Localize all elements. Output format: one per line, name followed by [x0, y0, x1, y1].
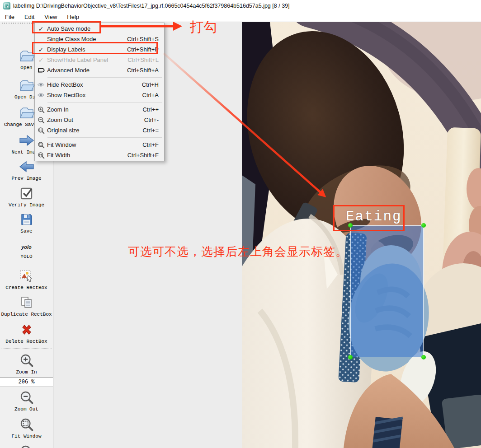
note-box-display-labels: [32, 42, 158, 54]
magnifier-original-icon: [35, 127, 47, 134]
toolbar-button-create-rectbox[interactable]: Create RectBox: [0, 268, 53, 290]
eye-icon: [35, 93, 47, 98]
zoom-in-icon: [0, 352, 53, 369]
menubar-item-help[interactable]: Help: [62, 13, 84, 21]
loaded-image[interactable]: Eating: [242, 22, 481, 448]
zoom-out-icon: [0, 389, 53, 406]
toolbar-button-delete-rectbox[interactable]: Delete RectBox: [0, 322, 53, 344]
labelimg-app-icon: [3, 2, 10, 9]
labelimg-window: { "window": { "title": "labelImg D:\\Dri…: [0, 0, 481, 448]
menu-item-show-hide-label-panel[interactable]: ✓ Show/Hide Label Panel Ctrl+Shift+L: [35, 55, 164, 65]
menu-item-fit-width[interactable]: Fit Width Ctrl+Shift+F: [35, 150, 164, 160]
fit-width-icon: [0, 443, 53, 448]
menu-separator: [35, 100, 164, 104]
toolbar-button-label: Fit Window: [0, 434, 53, 439]
note-text-check: 打勾: [190, 18, 217, 37]
bbox-handle-bottom-left[interactable]: [348, 355, 353, 359]
tag-icon: [35, 67, 47, 73]
magnifier-width-icon: [35, 152, 47, 159]
toolbar-button-zoom-out[interactable]: Zoom Out: [0, 389, 53, 412]
create-rectbox-icon: [0, 268, 53, 284]
menubar-item-view[interactable]: View: [39, 13, 62, 21]
menu-item-original-size[interactable]: Original size Ctrl+=: [35, 125, 164, 135]
yolo-format-icon: yolo: [0, 241, 53, 253]
toolbar-button-label: YOLO: [0, 254, 53, 259]
eye-icon: [35, 82, 47, 87]
toolbar-separator: [1, 264, 52, 264]
menu-item-zoom-out[interactable]: Zoom Out Ctrl+-: [35, 115, 164, 125]
duplicate-rectbox-icon: [0, 294, 53, 311]
menu-item-show-rectbox[interactable]: Show RectBox Ctrl+A: [35, 90, 164, 100]
note-text-optional: 可选可不选，选择后左上角会显示标签。: [128, 244, 348, 260]
toolbar-button-label: Zoom In: [0, 369, 53, 375]
toolbar-button-label: Create RectBox: [0, 285, 53, 290]
toolbar-button-label: Zoom Out: [0, 406, 53, 412]
toolbar-button-zoom-in[interactable]: Zoom In: [0, 352, 53, 375]
menu-separator: [35, 75, 164, 79]
fit-window-icon: [0, 416, 53, 433]
note-box-around-label: [333, 205, 405, 231]
delete-cross-icon: [0, 322, 53, 338]
toolbar-button-prev-image[interactable]: Prev Image: [0, 159, 53, 181]
bbox-handle-top-right[interactable]: [421, 223, 426, 228]
toolbar-button-label: Delete RectBox: [0, 339, 53, 344]
zoom-percent-spinbox[interactable]: 206 %: [0, 377, 53, 387]
menu-item-hide-rectbox[interactable]: Hide RectBox Ctrl+H: [35, 79, 164, 90]
save-floppy-icon: [0, 211, 53, 228]
menu-item-zoom-in[interactable]: Zoom In Ctrl++: [35, 104, 164, 115]
toolbar-button-label: Duplicate RectBox: [0, 312, 53, 317]
toolbar-separator: [1, 348, 52, 349]
toolbar-button-verify-image[interactable]: Verify Image: [0, 185, 53, 208]
toolbar-button-label: Verify Image: [0, 202, 53, 208]
menu-item-fit-window[interactable]: Fit Window Ctrl+F: [35, 140, 164, 150]
note-box-auto-save-mode: [32, 21, 101, 33]
toolbar-button-duplicate-rectbox[interactable]: Duplicate RectBox: [0, 294, 53, 317]
magnifier-fit-icon: [35, 141, 47, 149]
toolbar-button-label: Prev Image: [0, 176, 53, 181]
checkmark-icon: ✓: [35, 57, 47, 63]
menubar-item-file[interactable]: File: [0, 13, 19, 21]
magnifier-minus-icon: [35, 117, 47, 124]
toolbar-button-yolo-format[interactable]: yolo YOLO: [0, 241, 53, 259]
menu-bar: File Edit View Help: [0, 12, 481, 22]
menu-separator: [35, 135, 164, 140]
window-title: labelImg D:\DrivingBehaviorObjective_v8\…: [13, 3, 290, 9]
toolbar-button-fit-window[interactable]: Fit Window: [0, 416, 53, 439]
verify-check-icon: [0, 185, 53, 201]
toolbar-button-label: Save: [0, 229, 53, 234]
magnifier-plus-icon: [35, 106, 47, 113]
bounding-box[interactable]: [350, 225, 424, 357]
zoom-percent-value: 206 %: [18, 379, 34, 385]
title-bar: labelImg D:\DrivingBehaviorObjective_v8\…: [0, 0, 481, 12]
menubar-item-edit[interactable]: Edit: [19, 13, 39, 21]
toolbar-button-save[interactable]: Save: [0, 211, 53, 234]
menu-item-advanced-mode[interactable]: Advanced Mode Ctrl+Shift+A: [35, 65, 164, 75]
bbox-handle-bottom-right[interactable]: [421, 355, 426, 359]
toolbar-button-fit-width[interactable]: Fit Width: [0, 443, 53, 448]
